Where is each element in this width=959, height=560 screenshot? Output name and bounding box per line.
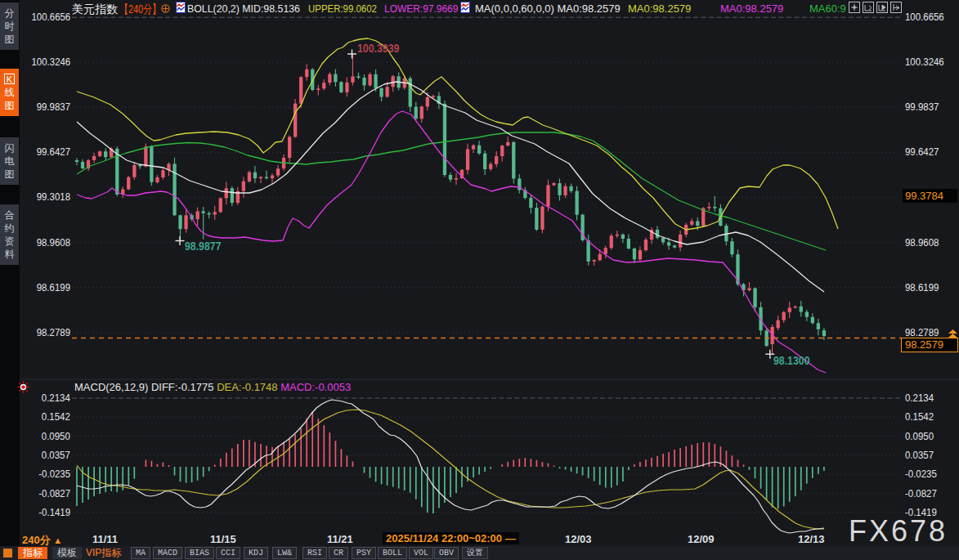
svg-text:98.9877: 98.9877 — [185, 240, 221, 253]
svg-text:98.1300: 98.1300 — [773, 354, 809, 367]
svg-text:100.3939: 100.3939 — [357, 42, 399, 55]
